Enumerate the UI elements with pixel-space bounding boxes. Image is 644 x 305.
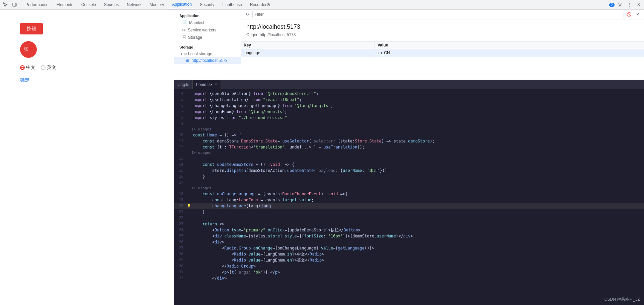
code-line: 28 <Radio value={LangEnum.zh}>中文</Radio> (174, 251, 644, 257)
close-filter-icon[interactable]: ✕ (634, 11, 641, 18)
kv-table: Key Value language zh_CN (241, 41, 644, 80)
code-line: 31 <p>{t( args: 'ok')} </p> (174, 269, 644, 275)
tab-console[interactable]: Console (77, 0, 100, 9)
tab-memory[interactable]: Memory (146, 0, 168, 9)
kv-header: Key Value (241, 41, 644, 49)
demo-button[interactable]: 按钮 (20, 23, 43, 34)
tab-lighthouse[interactable]: Lighthouse (218, 0, 246, 9)
close-tab-icon[interactable]: ✕ (215, 83, 217, 86)
app-sidebar: Application 📄 Manifest ⚙ Service workers… (174, 10, 241, 80)
tab-recorder[interactable]: Recorder (246, 0, 274, 9)
settings-icon[interactable] (616, 1, 624, 9)
sidebar-local-storage-item[interactable]: ⊞ http://localhost:5173 (174, 57, 241, 64)
device-icon[interactable] (11, 1, 19, 9)
code-line: 5 import {useTranslation} from "react-i1… (174, 97, 644, 103)
code-line: 6 import {changeLanguage, getLanguage} f… (174, 103, 644, 109)
code-line: 29 <Radio value={LangEnum.en}>英文</Radio> (174, 257, 644, 263)
inspect-icon[interactable] (1, 1, 9, 9)
code-line: 12 const {t : TFunction<'translation', u… (174, 144, 644, 150)
storage-section: Storage ▾ ⊞ Local storage ⊞ http://local… (174, 44, 241, 64)
code-line: 26 <div> (174, 239, 644, 245)
code-line: 4 import {demoStoreAction} from "@store/… (174, 91, 644, 97)
tab-network[interactable]: Network (123, 0, 146, 9)
watermark: CSDN @局外人_LZ (605, 297, 640, 302)
tab-elements[interactable]: Elements (53, 0, 77, 9)
table-icon: ⊞ (184, 52, 187, 56)
code-line: 32 </div> (174, 275, 644, 281)
code-content[interactable]: 4 import {demoStoreAction} from "@store/… (174, 89, 644, 305)
filter-input[interactable] (252, 11, 624, 18)
app-url: http://localhost:5173 (246, 23, 639, 30)
clear-filter-icon[interactable]: 🚫 (625, 11, 633, 18)
sidebar-item-service-workers[interactable]: ⚙ Service workers (174, 26, 241, 34)
editor-tab-home[interactable]: home.tsx ✕ (193, 80, 221, 89)
tab-application[interactable]: Application (168, 0, 196, 9)
key-cell: language (241, 49, 375, 57)
code-line: 22 (174, 215, 644, 221)
lightbulb-icon: 💡 (186, 203, 191, 209)
tab-performance[interactable]: Performance (21, 0, 53, 9)
value-cell: zh_CN (375, 49, 644, 57)
sidebar-local-storage[interactable]: ▾ ⊞ Local storage (174, 50, 241, 57)
devtools-right-controls: 2 ⋮ ✕ (609, 1, 643, 9)
application-section-header: Application (174, 12, 241, 19)
editor-tabs: lang.ts home.tsx ✕ (174, 80, 644, 89)
app-preview: 按钮 张一 中文 英文 确定 (0, 10, 174, 305)
radio-group: 中文 英文 (20, 65, 56, 71)
hint-line: 1+ usages (174, 150, 644, 156)
key-header: Key (241, 41, 375, 49)
radio-chinese-indicator (20, 65, 25, 70)
app-main: ↻ 🚫 ✕ http://localhost:5173 Origin http:… (241, 10, 644, 80)
code-line: 11 const demoStore:DemoStore.State= useS… (174, 138, 644, 144)
code-line: 9 (174, 121, 644, 127)
table-sub-icon: ⊞ (186, 59, 189, 63)
storage-section-header: Storage (174, 44, 241, 50)
tab-sources[interactable]: Sources (100, 0, 123, 9)
devtools-left-icons (1, 1, 19, 9)
code-line: 20 💡 changeLanguage(lang)lang (174, 203, 644, 209)
confirm-button[interactable]: 确定 (20, 77, 29, 83)
code-line: 18 const onChangeLanguage = (events:Radi… (174, 191, 644, 197)
chevron-down-icon: ▾ (181, 52, 182, 56)
tab-security[interactable]: Security (196, 0, 218, 9)
code-line: 30 </Radio.Group> (174, 263, 644, 269)
devtools-topbar: Performance Elements Console Sources Net… (0, 0, 644, 10)
service-workers-icon: ⚙ (182, 28, 186, 32)
hint-line: 1+ usages (174, 127, 644, 132)
radio-english-indicator (41, 65, 46, 70)
origin-value: http://localhost:5173 (260, 32, 296, 37)
code-line: 17 (174, 180, 644, 186)
application-area: Application 📄 Manifest ⚙ Service workers… (174, 10, 644, 80)
filter-bar: ↻ 🚫 ✕ (241, 10, 644, 19)
url-section: http://localhost:5173 Origin http://loca… (241, 19, 644, 41)
svg-point-4 (619, 4, 621, 6)
devtools-panels: Application 📄 Manifest ⚙ Service workers… (174, 10, 644, 305)
editor-tab-lang[interactable]: lang.ts (174, 80, 193, 89)
code-line: 14 const updateDemoStore = () :void => { (174, 162, 644, 168)
devtools-tabs: Performance Elements Console Sources Net… (21, 0, 609, 9)
sidebar-item-storage-top[interactable]: 🗄 Storage (174, 34, 241, 41)
radio-english[interactable]: 英文 (41, 65, 56, 71)
code-line: 25 <div className={styles.store} style={… (174, 233, 644, 239)
code-line: 7 import {LangEnum} from "@lang/enum.ts"… (174, 109, 644, 115)
radio-chinese[interactable]: 中文 (20, 65, 35, 71)
sidebar-item-manifest[interactable]: 📄 Manifest (174, 19, 241, 26)
code-line: 16 } (174, 174, 644, 180)
console-badge: 2 (609, 3, 615, 7)
recorder-icon (266, 3, 270, 7)
code-line: 24 <Button type="primary" onClick={updat… (174, 227, 644, 233)
svg-rect-0 (13, 3, 16, 6)
origin-row: Origin http://localhost:5173 (246, 32, 639, 37)
code-line: 15 store.dispatch(demoStoreAction.update… (174, 168, 644, 174)
table-row[interactable]: language zh_CN (241, 49, 644, 57)
refresh-icon[interactable]: ↻ (244, 11, 251, 18)
code-line: 23 return <> (174, 221, 644, 227)
code-line: 10 const Home = () => { (174, 132, 644, 138)
code-line: 21 } (174, 209, 644, 215)
value-header: Value (375, 41, 644, 49)
close-icon[interactable]: ✕ (635, 1, 643, 9)
manifest-icon: 📄 (182, 20, 187, 25)
hint-line: 1+ usages (174, 186, 644, 191)
code-line: 13 (174, 156, 644, 162)
more-icon[interactable]: ⋮ (625, 1, 633, 9)
